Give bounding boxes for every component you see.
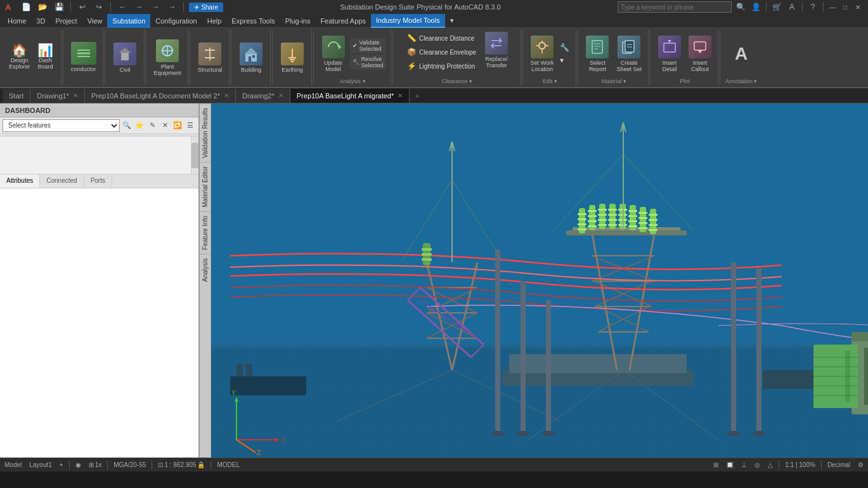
plant-equipment-button[interactable]: PlantEquipment xyxy=(152,38,184,77)
feature-select[interactable]: Select features xyxy=(3,119,120,132)
annotation-group-label[interactable]: Annotation ▾ xyxy=(725,78,758,84)
analysis-group-label[interactable]: Analysis ▾ xyxy=(340,78,366,84)
menu-industry[interactable]: Industry Model Tools xyxy=(371,14,445,28)
qa-arrow1[interactable]: ← xyxy=(116,1,129,13)
validate-selected-button[interactable]: ✔ ValidateSelected xyxy=(350,38,386,53)
osnap-toggle[interactable]: △ xyxy=(766,458,775,472)
clearance-envelope-button[interactable]: 📦 Clearance Envelope xyxy=(404,46,479,58)
maximize-button[interactable]: □ xyxy=(840,2,850,12)
edit-group-label[interactable]: Edit ▾ xyxy=(543,78,557,84)
structural-button[interactable]: Structural xyxy=(195,41,225,74)
qa-open[interactable]: 📂 xyxy=(36,1,49,13)
material-editor-tab[interactable]: Material Editor xyxy=(200,162,211,211)
refresh-icon[interactable]: 🔁 xyxy=(172,120,183,131)
annotation-text-button[interactable]: A xyxy=(727,41,755,67)
menu-help[interactable]: Help xyxy=(202,14,227,28)
qa-redo[interactable]: ↪ xyxy=(93,1,105,13)
feature-info-tab[interactable]: Feature Info xyxy=(200,211,211,254)
search-icon[interactable]: 🔍 xyxy=(734,1,747,13)
snap-toggle[interactable]: ⊞ 1x xyxy=(87,458,104,472)
model-tab[interactable]: Model xyxy=(3,458,23,472)
qa-new[interactable]: 📄 xyxy=(20,1,32,13)
qa-undo[interactable]: ↩ xyxy=(76,1,89,13)
coords-indicator[interactable]: ◉ xyxy=(74,458,83,472)
menu-icon[interactable]: ☰ xyxy=(185,120,196,131)
menu-home[interactable]: Home xyxy=(3,14,31,28)
conductor-button[interactable]: conductor xyxy=(68,41,99,74)
ortho-toggle[interactable]: ⊥ xyxy=(739,458,749,472)
set-work-location-button[interactable]: Set WorkLocation xyxy=(528,34,557,74)
share-button[interactable]: ✈ Share xyxy=(189,3,223,12)
resolve-selected-button[interactable]: 🔨 ResolveSelected xyxy=(350,55,386,70)
menu-3d[interactable]: 3D xyxy=(31,14,50,28)
edit-icon[interactable]: ✎ xyxy=(146,120,158,131)
store-icon[interactable]: 🛒 xyxy=(770,1,783,13)
qa-save[interactable]: 💾 xyxy=(53,1,65,13)
decimal-display[interactable]: Decimal xyxy=(826,458,852,472)
analysis-tab[interactable]: Analysis xyxy=(200,254,211,286)
tab-prep10a-doc-close[interactable]: ✕ xyxy=(224,92,229,99)
clear-icon[interactable]: ✕ xyxy=(159,120,171,131)
tab-drawing1[interactable]: Drawing1* ✕ xyxy=(30,89,85,103)
viewport[interactable]: [-][Custom View][Current] — □ ✕ FRONT ↺ xyxy=(211,103,868,458)
update-model-button[interactable]: UpdateModel xyxy=(320,34,347,74)
minimize-button[interactable]: — xyxy=(827,2,838,12)
tab-prep10a-migrated[interactable]: Prep10A BaseLight A migrated* ✕ xyxy=(290,89,410,103)
search-features-icon[interactable]: 🔍 xyxy=(121,120,133,131)
star-icon[interactable]: ⭐ xyxy=(134,120,145,131)
autodesk-icon[interactable]: A xyxy=(786,1,798,13)
tab-attributes[interactable]: Attributes xyxy=(0,175,40,188)
tab-prep10a-doc[interactable]: Prep10A BaseLight A Document Model 2* ✕ xyxy=(85,89,236,103)
earthing-button[interactable]: Earthing xyxy=(278,41,306,74)
tab-drawing2[interactable]: Drawing2* ✕ xyxy=(236,89,290,103)
civil-button[interactable]: Civil xyxy=(111,41,139,74)
scale-display[interactable]: ⊡ 1 : 862.905 🔒 xyxy=(156,458,207,472)
user-icon[interactable]: 👤 xyxy=(749,1,762,13)
menu-configuration[interactable]: Configuration xyxy=(150,14,202,28)
replace-transfer-button[interactable]: Replace/Transfer xyxy=(483,30,510,70)
insert-callout-button[interactable]: InsertCallout xyxy=(686,34,714,74)
dashboard-button[interactable]: 📊 DashBoard xyxy=(34,43,57,71)
mode-display[interactable]: MODEL xyxy=(215,458,242,472)
menu-project[interactable]: Project xyxy=(50,14,82,28)
snap-toggle2[interactable]: 🔲 xyxy=(724,458,735,472)
add-tab-button[interactable]: + xyxy=(410,89,425,103)
menu-plugins[interactable]: Plug-ins xyxy=(280,14,316,28)
global-search[interactable] xyxy=(618,1,732,13)
add-layout[interactable]: + xyxy=(58,458,65,472)
grid-toggle[interactable]: ⊞ xyxy=(711,458,720,472)
tab-drawing1-close[interactable]: ✕ xyxy=(73,92,78,99)
menu-express[interactable]: Express Tools xyxy=(226,14,280,28)
validation-results-tab[interactable]: Validation Results xyxy=(200,103,211,162)
material-group-label[interactable]: Material ▾ xyxy=(601,78,626,84)
tab-ports[interactable]: Ports xyxy=(84,175,112,188)
coordinates-display[interactable]: MGA/20-55 xyxy=(112,458,148,472)
polar-toggle[interactable]: ◎ xyxy=(753,458,762,472)
menu-substation[interactable]: Substation xyxy=(107,14,150,28)
menu-view[interactable]: View xyxy=(82,14,108,28)
qa-arrow2[interactable]: → xyxy=(133,1,145,13)
qa-arrow4[interactable]: → xyxy=(165,1,178,13)
help-icon[interactable]: ? xyxy=(806,1,819,13)
clearance-distance-button[interactable]: 📏 Clearance Distance xyxy=(404,32,479,44)
tab-start[interactable]: Start xyxy=(3,89,30,103)
edit-btn1[interactable]: 🔧 xyxy=(557,42,572,53)
menu-more[interactable]: ▾ xyxy=(445,14,459,28)
insert-detail-button[interactable]: InsertDetail xyxy=(656,34,683,74)
layout-tab[interactable]: Layout1 xyxy=(27,458,54,472)
create-sheet-set-button[interactable]: CreateSheet Set xyxy=(614,34,644,74)
building-button[interactable]: Building xyxy=(237,41,265,74)
tab-prep10a-migrated-close[interactable]: ✕ xyxy=(398,92,403,99)
select-report-button[interactable]: SelectReport xyxy=(583,34,611,74)
settings-icon[interactable]: ⚙ xyxy=(856,458,865,472)
design-explorer-button[interactable]: 🏠 DesignExplorer xyxy=(6,43,33,71)
close-button[interactable]: ✕ xyxy=(853,2,863,12)
tab-connected[interactable]: Connected xyxy=(40,175,84,188)
ribbon: 🏠 DesignExplorer 📊 DashBoard conductor xyxy=(0,28,868,88)
qa-arrow3[interactable]: → xyxy=(149,1,162,13)
menu-featured[interactable]: Featured Apps xyxy=(315,14,371,28)
clearance-group-label[interactable]: Clearance ▾ xyxy=(442,78,473,84)
tab-drawing2-close[interactable]: ✕ xyxy=(278,92,283,99)
lightning-protection-button[interactable]: ⚡ Lightning Protection xyxy=(404,60,479,72)
edit-btn2[interactable]: ▾ xyxy=(557,55,572,66)
